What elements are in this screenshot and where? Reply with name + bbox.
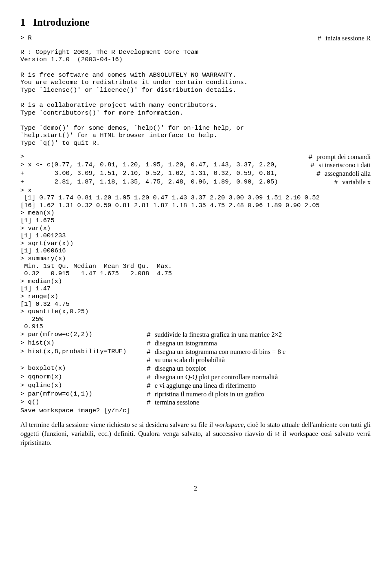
page-number: 2 <box>20 484 371 492</box>
comment: disegna un istogramma <box>147 339 217 348</box>
section-heading: 1 Introduzione <box>20 16 371 29</box>
code-line: > boxplot(x)disegna un boxplot <box>20 365 371 373</box>
section-title: Introduzione <box>33 17 89 28</box>
code: > hist(x,8,probability=TRUE) <box>20 348 147 356</box>
section-number: 1 <box>20 17 26 28</box>
comment: termina sessione <box>147 398 199 407</box>
paragraph: Al termine della sessione viene richiest… <box>20 420 371 448</box>
comment: inizia sessione R <box>317 34 371 43</box>
code: > par(mfrow=c(2,2)) <box>20 331 147 339</box>
code <box>20 356 147 365</box>
code-line: > q()termina sessione <box>20 398 371 407</box>
italic-workspace: workspace <box>215 421 244 429</box>
code-line: > qqnorm(x)disegna un Q-Q plot per contr… <box>20 373 371 382</box>
code: > boxplot(x) <box>20 365 147 373</box>
text: Al termine della sessione viene richiest… <box>20 421 215 429</box>
code-line: > hist(x,8,probability=TRUE)disegna un i… <box>20 348 371 356</box>
code-block-assign: >prompt dei comandi> x <- c(0.77, 1.74, … <box>20 153 371 187</box>
comment: assegnandoli alla <box>316 170 371 178</box>
code: > par(mfrow=c(1,1)) <box>20 390 147 399</box>
comment: variabile x <box>334 178 371 187</box>
code-line: + 2.81, 1.87, 1.18, 1.35, 4.75, 2.48, 0.… <box>20 178 371 187</box>
code-block-plots: > par(mfrow=c(2,2))suddivide la finestra… <box>20 331 371 407</box>
save-prompt: Save workspace image? [y/n/c] <box>20 407 371 415</box>
comment: e vi aggiunge una linea di riferimento <box>147 382 256 390</box>
r-name: R <box>275 430 280 437</box>
comment: ripristina il numero di plots in un graf… <box>147 390 264 399</box>
comment: si inseriscono i dati <box>310 161 371 170</box>
comment: su una scala di probabilità <box>147 356 225 365</box>
code: + 2.81, 1.87, 1.18, 1.35, 4.75, 2.48, 0.… <box>20 178 278 187</box>
comment: disegna un boxplot <box>147 365 206 373</box>
comment: disegna un Q-Q plot per controllare norm… <box>147 373 278 382</box>
code: > hist(x) <box>20 339 147 348</box>
comment: suddivide la finestra grafica in una mat… <box>147 331 282 339</box>
code-line: > hist(x)disegna un istogramma <box>20 339 371 348</box>
code: > qqnorm(x) <box>20 373 147 382</box>
code-line: su una scala di probabilità <box>20 356 371 365</box>
code-line: >prompt dei comandi <box>20 153 371 161</box>
r-banner: R : Copyright 2003, The R Development Co… <box>20 49 371 147</box>
comment: prompt dei comandi <box>308 153 371 161</box>
r-output: > x [1] 0.77 1.74 0.81 1.20 1.95 1.20 0.… <box>20 187 371 331</box>
code: > qqline(x) <box>20 382 147 390</box>
code: > R <box>20 34 32 43</box>
code-line: > par(mfrow=c(1,1))ripristina il numero … <box>20 390 371 399</box>
code: > <box>20 153 24 161</box>
code-line: > qqline(x)e vi aggiunge una linea di ri… <box>20 382 371 390</box>
code: > q() <box>20 398 147 407</box>
code: > x <- c(0.77, 1.74, 0.81, 1.20, 1.95, 1… <box>20 161 278 170</box>
code-line-start: > R inizia sessione R <box>20 34 371 43</box>
code-line: + 3.00, 3.09, 1.51, 2.10, 0.52, 1.62, 1.… <box>20 170 371 178</box>
code-line: > x <- c(0.77, 1.74, 0.81, 1.20, 1.95, 1… <box>20 161 371 170</box>
code: + 3.00, 3.09, 1.51, 2.10, 0.52, 1.62, 1.… <box>20 170 278 178</box>
comment: disegna un istogramma con numero di bins… <box>147 348 286 356</box>
code-line: > par(mfrow=c(2,2))suddivide la finestra… <box>20 331 371 339</box>
